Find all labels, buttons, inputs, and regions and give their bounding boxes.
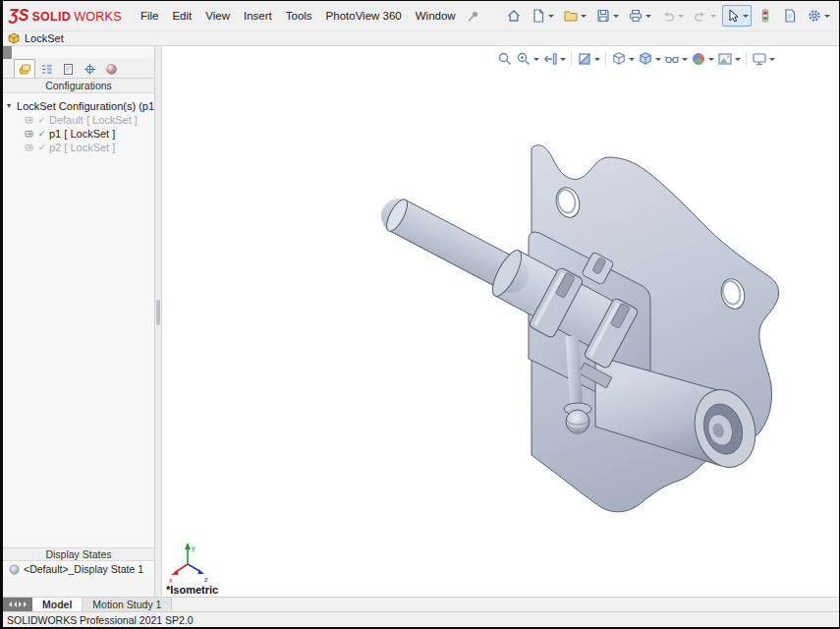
heads-up-view-toolbar [496,50,776,68]
solidworks-window: ƷS SOLIDWORKS File Edit View Insert Tool… [3,1,839,627]
configuration-manager-tab[interactable] [14,59,35,78]
tab-scroll-right-icon[interactable] [19,601,22,607]
menu-file[interactable]: File [134,6,166,26]
document-title-bar: LockSet [3,30,839,46]
configuration-row-default[interactable]: ✓ Default [ LockSet ] [3,113,154,127]
new-document-icon [531,8,546,24]
dropdown-arrow-icon [594,58,600,61]
display-state-item[interactable]: <Default>_Display State 1 [3,561,154,577]
dropdown-arrow-icon [581,15,587,18]
menu-bar: ƷS SOLIDWORKS File Edit View Insert Tool… [3,1,839,30]
menu-items: File Edit View Insert Tools PhotoView 36… [134,6,463,26]
dropdown-arrow-icon [548,15,554,18]
section-view-button[interactable] [576,50,601,68]
solidworks-logo-icon: ƷS [9,7,28,25]
dropdown-arrow-icon [824,15,830,18]
tab-scroll-first-icon[interactable] [9,601,12,607]
home-icon [506,8,522,24]
status-bar-text: SOLIDWORKS Professional 2021 SP2.0 [7,614,194,626]
dropdown-arrow-icon [560,58,566,61]
save-button[interactable] [592,5,622,27]
pin-menu-button[interactable] [467,10,479,23]
configuration-root-label: LockSet Configuration(s) (p1) [17,100,154,112]
dropdown-arrow-icon [629,58,635,61]
dropdown-arrow-icon [682,58,688,61]
dropdown-arrow-icon [710,15,716,18]
graphics-area[interactable]: y x z *Isometric [162,46,839,597]
model-knob-stem [572,336,577,407]
display-style-button[interactable] [637,50,662,68]
motion-study-tab[interactable]: Motion Study 1 [83,598,172,611]
menu-window[interactable]: Window [409,6,463,26]
triad-z-label: z [204,576,208,583]
home-button[interactable] [503,5,525,27]
menu-photoview360[interactable]: PhotoView 360 [319,6,409,26]
screen: ƷS SOLIDWORKS File Edit View Insert Tool… [0,0,840,629]
open-button[interactable] [560,5,589,27]
main-area: Configurations ▾ LockSet Configuration(s… [3,46,839,597]
triad-y-label: y [192,544,196,552]
orientation-triad: y x z [168,541,211,586]
panel-corner [3,46,12,59]
configuration-label: p2 [ LockSet ] [49,142,115,153]
brand-text-solid: SOLID [31,10,71,24]
tab-scroll-buttons[interactable] [3,598,32,611]
dropdown-arrow-icon [743,15,749,18]
configuration-label: Default [ LockSet ] [49,114,138,126]
collapse-arrow-icon[interactable]: ▾ [7,102,11,110]
tab-scroll-last-icon[interactable] [24,601,27,607]
zoom-to-area-button[interactable] [515,50,540,68]
view-settings-button[interactable] [751,50,776,68]
configuration-row-p2[interactable]: ✓ p2 [ LockSet ] [3,141,154,154]
view-orientation-label: *Isometric [166,584,218,596]
dropdown-arrow-icon [655,58,661,61]
toolbar-separator [605,52,606,66]
hide-show-items-button[interactable] [663,50,689,68]
display-state-label: <Default>_Display State 1 [24,563,143,575]
undo-icon [660,8,676,24]
lockset-3d-model[interactable] [364,130,796,523]
redo-button[interactable] [690,5,719,27]
pin-icon [467,10,479,23]
select-button[interactable] [722,5,752,27]
menu-edit[interactable]: Edit [165,6,198,26]
options-button[interactable] [804,5,833,27]
print-button[interactable] [625,5,654,27]
menu-insert[interactable]: Insert [237,6,279,26]
zoom-to-fit-button[interactable] [496,50,514,68]
redo-icon [693,8,708,24]
feature-manager-tab[interactable] [35,59,57,78]
apply-scene-button[interactable] [716,50,742,68]
apply-scene-icon [717,51,733,67]
menu-tools[interactable]: Tools [279,6,319,26]
previous-view-button[interactable] [541,50,567,68]
edit-appearance-button[interactable] [690,50,715,68]
model-tab[interactable]: Model [32,598,83,611]
configuration-tree: ▾ LockSet Configuration(s) (p1) ✓ Defaul… [3,93,154,547]
select-cursor-icon [725,8,741,24]
dropdown-arrow-icon [678,15,684,18]
splitter-handle-icon[interactable] [156,300,160,325]
main-toolbar [503,5,833,27]
configuration-row-p1[interactable]: ✓ p1 [ LockSet ] [3,127,154,141]
panel-footer [3,577,154,597]
rebuild-button[interactable] [755,5,776,27]
dimxpert-manager-tab[interactable] [79,59,100,78]
configuration-root-row[interactable]: ▾ LockSet Configuration(s) (p1) [3,99,154,113]
part-document-icon [8,32,20,44]
toolbar-separator [746,52,747,66]
panel-splitter[interactable] [155,46,162,597]
view-orientation-button[interactable] [610,50,636,68]
new-document-button[interactable] [528,5,557,27]
file-properties-button[interactable] [779,5,801,27]
options-gear-icon [807,8,822,24]
property-manager-tab[interactable] [57,59,79,78]
save-icon [595,8,611,24]
tab-scroll-left-icon[interactable] [14,601,17,607]
undo-button[interactable] [657,5,687,27]
menu-view[interactable]: View [198,6,237,26]
display-manager-tab[interactable] [100,59,122,78]
previous-view-icon [542,51,558,67]
zoom-to-fit-icon [497,51,513,67]
solidworks-logo: ƷS SOLIDWORKS [9,7,122,25]
